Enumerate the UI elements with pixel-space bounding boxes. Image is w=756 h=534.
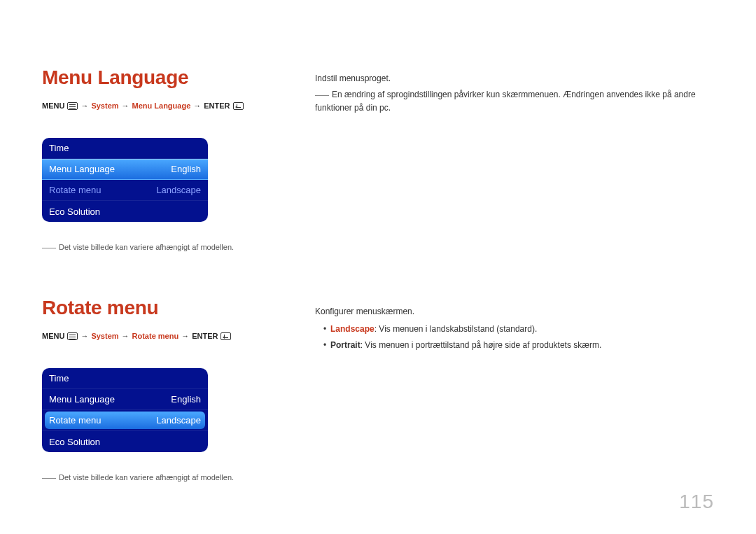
heading-menu-language: Menu Language: [42, 66, 266, 89]
bc-system: System: [91, 101, 118, 110]
right-column-1: Indstil menusproget. En ændring af sprog…: [315, 66, 714, 115]
menu-row-label: Rotate menu: [49, 415, 101, 426]
note-text: Det viste billede kan variere afhængigt …: [59, 473, 234, 482]
menu-row-time: Time: [42, 368, 208, 389]
menu-row-eco-solution: Eco Solution: [42, 431, 208, 452]
description-p2-text: En ændring af sprogindstillingen påvirke…: [315, 90, 696, 113]
menu-row-menu-language: Menu Language English: [42, 159, 208, 180]
left-column-2: Rotate menu MENU → System → Rotate menu …: [42, 297, 266, 482]
bc-menu: MENU: [42, 332, 64, 340]
menu-row-label: Rotate menu: [49, 185, 101, 195]
note-2: Det viste billede kan variere afhængigt …: [42, 473, 266, 482]
heading-rotate-menu: Rotate menu: [42, 297, 266, 319]
menu-row-value: English: [171, 394, 201, 405]
osd-menu-panel-2: Time Menu Language English Rotate menu L…: [42, 368, 208, 452]
enter-icon: [233, 102, 244, 110]
enter-icon: [220, 332, 231, 340]
left-column-1: Menu Language MENU → System → Menu Langu…: [42, 66, 266, 251]
menu-row-value: Landscape: [156, 415, 201, 426]
menu-icon: [67, 332, 78, 340]
menu-row-label: Eco Solution: [49, 206, 100, 217]
bullet-keyword: Landscape: [330, 324, 374, 334]
osd-menu-panel-1: Time Menu Language English Rotate menu L…: [42, 138, 208, 222]
menu-row-menu-language: Menu Language English: [42, 389, 208, 410]
description-p2: En ændring af sprogindstillingen påvirke…: [315, 88, 714, 115]
menu-row-value: English: [171, 164, 201, 174]
arrow-icon: →: [80, 332, 88, 340]
bullet-portrait: Portrait: Vis menuen i portrættilstand p…: [323, 339, 714, 352]
note-text: Det viste billede kan variere afhængigt …: [59, 243, 234, 251]
bc-menu: MENU: [42, 101, 64, 110]
page-number: 115: [679, 491, 714, 513]
description-p1: Konfigurer menuskærmen.: [315, 305, 714, 318]
menu-row-label: Time: [49, 143, 69, 153]
menu-row-eco-solution: Eco Solution: [42, 201, 208, 222]
bc-item: Menu Language: [132, 101, 191, 110]
menu-row-label: Menu Language: [49, 164, 115, 174]
bullet-keyword: Portrait: [330, 340, 360, 350]
dash-icon: [42, 478, 56, 479]
section-menu-language: Menu Language MENU → System → Menu Langu…: [42, 66, 714, 251]
arrow-icon: →: [122, 101, 130, 110]
bc-enter: ENTER: [204, 101, 230, 110]
dash-icon: [315, 95, 329, 96]
description-p1: Indstil menusproget.: [315, 72, 714, 85]
menu-row-value: Landscape: [156, 185, 201, 195]
menu-row-rotate-menu: Rotate menu Landscape: [42, 410, 208, 431]
menu-row-label: Eco Solution: [49, 437, 100, 447]
breadcrumb-2: MENU → System → Rotate menu → ENTER: [42, 332, 266, 340]
note-1: Det viste billede kan variere afhængigt …: [42, 243, 266, 251]
bc-system: System: [91, 332, 118, 340]
section-rotate-menu: Rotate menu MENU → System → Rotate menu …: [42, 290, 714, 482]
breadcrumb-1: MENU → System → Menu Language → ENTER: [42, 101, 266, 110]
arrow-icon: →: [181, 332, 189, 340]
bc-enter: ENTER: [192, 332, 218, 340]
menu-icon: [67, 102, 78, 110]
menu-row-label: Menu Language: [49, 394, 115, 405]
bullet-text: : Vis menuen i landskabstilstand (standa…: [374, 324, 538, 334]
bc-item: Rotate menu: [132, 332, 179, 340]
arrow-icon: →: [122, 332, 130, 340]
dash-icon: [42, 248, 56, 248]
menu-row-label: Time: [49, 373, 69, 384]
arrow-icon: →: [193, 101, 201, 110]
right-column-2: Konfigurer menuskærmen. Landscape: Vis m…: [315, 297, 714, 353]
bullet-text: : Vis menuen i portrættilstand på højre …: [360, 340, 602, 350]
page: Menu Language MENU → System → Menu Langu…: [0, 0, 756, 534]
bullet-list: Landscape: Vis menuen i landskabstilstan…: [315, 323, 714, 352]
menu-row-rotate-menu: Rotate menu Landscape: [42, 180, 208, 201]
bullet-landscape: Landscape: Vis menuen i landskabstilstan…: [323, 323, 714, 336]
menu-row-time: Time: [42, 138, 208, 159]
arrow-icon: →: [80, 101, 88, 110]
